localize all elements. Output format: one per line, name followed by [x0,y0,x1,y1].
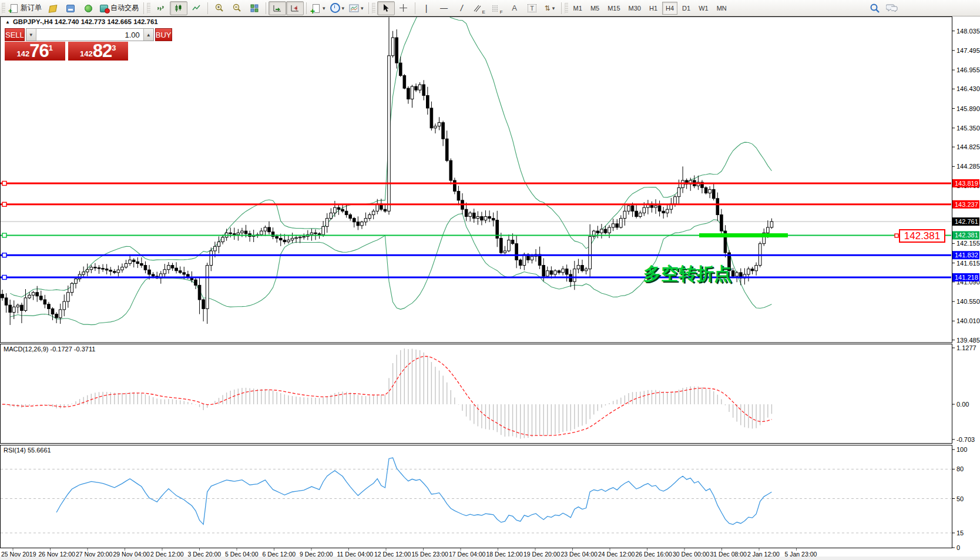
new-order-icon: + [9,4,19,13]
dropdown-arrow-icon: ▾ [342,5,345,11]
line-chart-button[interactable] [187,1,205,15]
rsi-tick-label: 15 [956,529,964,536]
rsi-tick-label: 0 [956,544,960,551]
volume-increase-button[interactable]: ▲ [143,29,153,41]
mt4-window: + 新订单 自动交易 [0,0,980,560]
autotrading-icon [99,4,109,13]
annotation-text[interactable]: 多空转折点 [643,264,731,283]
cursor-tool-button[interactable] [377,1,395,15]
toolbar-separator [207,2,208,14]
price-tick-label: 141.615 [956,260,980,267]
price-tick-label: 148.035 [956,28,980,35]
price-callout-text: 142.381 [904,230,940,242]
macd-tick-label: 0.00 [956,401,969,408]
indicators-icon: + [311,4,321,13]
rsi-tick-label: 80 [956,465,964,472]
vertical-line-tool-button[interactable]: | [418,1,435,15]
autotrading-button[interactable]: 自动交易 [97,1,141,15]
sell-button[interactable]: SELL [5,28,25,41]
toolbar-separator [266,2,266,14]
hline-anchor-142.381[interactable] [2,233,6,237]
toolbar-separator [415,2,415,14]
zoom-out-icon [232,3,242,13]
price-tick-label: 146.955 [956,66,980,73]
depth-of-market-button[interactable] [44,1,62,15]
price-box-anchor[interactable] [895,234,898,237]
price-tick-label: 144.825 [956,143,980,150]
volume-input[interactable] [36,29,143,41]
fibonacci-icon [491,4,499,12]
clock-icon [330,3,340,13]
chart-shift-button[interactable] [286,1,304,15]
equidistant-channel-tool-button[interactable]: E [471,1,488,15]
toolbar-grip[interactable] [372,3,375,14]
sell-price-display[interactable]: 142761 [5,42,65,61]
price-tick-label: 145.890 [956,105,980,112]
bar-chart-icon [156,4,166,13]
crosshair-icon [399,4,408,12]
price-chart[interactable]: 多空转折点多空转折点142.381148.035147.495146.95514… [0,16,980,560]
horizontal-line-tool-button[interactable]: — [435,1,453,15]
bottom-strip [0,556,980,560]
zoom-in-icon [214,3,224,13]
timeframe-button-M15[interactable]: M15 [604,2,623,15]
macd-tick-label: -0.703 [956,436,975,443]
timeframe-button-D1[interactable]: D1 [679,2,694,15]
candlestick-chart-button[interactable] [170,1,187,15]
toolbar-separator [561,2,562,14]
zoom-out-button[interactable] [228,1,246,15]
line-chart-icon [192,4,201,13]
toolbar-grip[interactable] [147,3,150,14]
periods-button[interactable]: ▾ [328,1,347,15]
hline-anchor-143.819[interactable] [2,181,6,185]
chat-icon[interactable] [886,3,898,13]
new-order-button[interactable]: + 新订单 [7,1,44,15]
arrows-tool-button[interactable]: ⇅ ▾ [541,1,559,15]
rsi-label: RSI(14) 55.6661 [4,447,51,454]
timeframe-group: M1M5M15M30H1H4D1W1MN [570,2,730,15]
tag-icon [48,4,58,13]
timeframe-button-H4[interactable]: H4 [662,2,677,15]
rsi-tick-label: 50 [956,495,964,502]
toolbar-grip[interactable] [565,3,568,14]
toolbar-separator [143,2,144,14]
text-tool-button[interactable]: A [506,1,523,15]
bar-chart-button[interactable] [152,1,170,15]
signals-button[interactable] [79,1,97,15]
zoom-in-button[interactable] [210,1,228,15]
collapse-panel-icon[interactable]: ▲ [5,19,10,25]
hline-anchor-141.832[interactable] [2,253,6,257]
toolbar-grip[interactable] [2,3,5,14]
auto-scroll-button[interactable] [269,1,286,15]
timeframe-button-M5[interactable]: M5 [587,2,603,15]
indicators-button[interactable]: + ▾ [309,1,328,15]
volume-decrease-button[interactable]: ▼ [26,29,36,41]
trendline-tool-button[interactable]: / [453,1,471,15]
tile-windows-icon [250,4,259,13]
tile-windows-button[interactable] [246,1,263,15]
crosshair-tool-button[interactable] [395,1,412,15]
text-label-tool-button[interactable]: T [523,1,541,15]
buy-price-display[interactable]: 142823 [68,42,129,61]
hline-anchor-143.237[interactable] [2,202,6,206]
fibonacci-tool-button[interactable]: F [488,1,506,15]
symbol-ohlc-text: GBPJPY-,H4 142.740 142.773 142.665 142.7… [13,18,158,25]
timeframe-button-W1[interactable]: W1 [695,2,712,15]
timeframe-button-H1[interactable]: H1 [646,2,661,15]
timeframe-button-M30[interactable]: M30 [625,2,645,15]
dropdown-arrow-icon: ▾ [552,5,555,11]
svg-text:143.819: 143.819 [955,180,978,187]
timeframe-button-M1[interactable]: M1 [570,2,586,15]
svg-text:142.761: 142.761 [955,218,978,225]
symbol-title[interactable]: ▲ GBPJPY-,H4 142.740 142.773 142.665 142… [5,18,158,25]
search-icon[interactable] [870,3,880,14]
hline-anchor-141.218[interactable] [2,275,6,279]
auto-scroll-icon [273,4,282,13]
templates-button[interactable]: ▾ [347,1,366,15]
timeframe-button-MN[interactable]: MN [713,2,730,15]
market-watch-button[interactable] [62,1,79,15]
buy-button[interactable]: BUY [155,28,172,41]
price-tick-label: 145.350 [956,125,980,132]
candlestick-chart-icon [174,4,183,13]
market-watch-icon [66,4,75,13]
